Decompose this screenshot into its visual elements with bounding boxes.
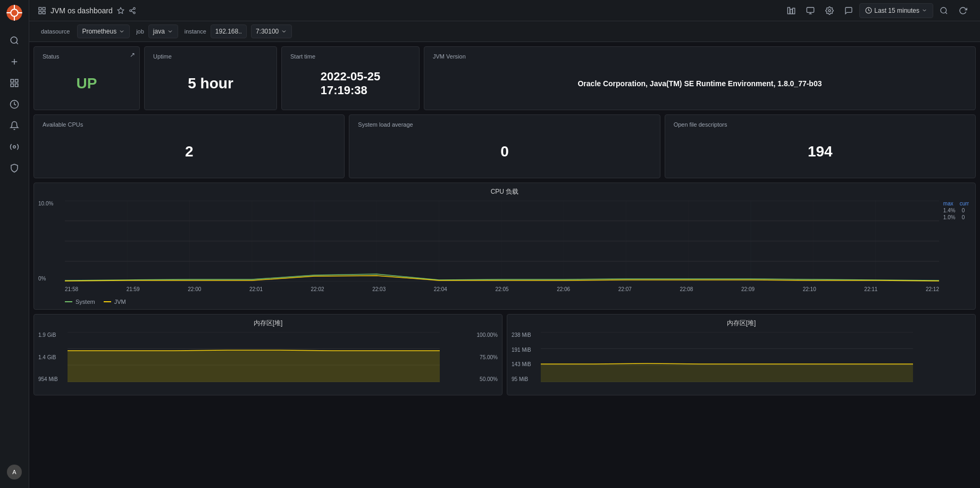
svg-point-15	[13, 146, 16, 148]
x-label-7: 22:05	[495, 286, 508, 292]
user-avatar[interactable]: A	[7, 465, 22, 479]
topbar: JVM os dashboard Last 15 minutes	[29, 0, 980, 21]
filterbar: datasource Prometheus job java instance …	[29, 21, 980, 42]
star-icon[interactable]	[117, 7, 124, 14]
x-label-10: 22:08	[680, 286, 693, 292]
datasource-value: Prometheus	[82, 28, 116, 35]
svg-line-25	[131, 9, 133, 10]
time-range-selector[interactable]: Last 15 minutes	[859, 3, 933, 18]
x-label-14: 22:12	[926, 286, 939, 292]
mem-left-y-labels: 1.9 GiB 1.4 GiB 954 MiB	[38, 332, 68, 382]
openfiles-title: Open file descriptors	[674, 121, 967, 128]
svg-rect-29	[807, 7, 814, 12]
instance-label: instance	[185, 28, 206, 35]
dashboard-title-area: JVM os dashboard	[38, 6, 136, 15]
svg-point-6	[11, 37, 17, 43]
sysload-title: System load average	[358, 121, 651, 128]
svg-line-24	[131, 11, 133, 12]
grid-icon	[38, 6, 46, 15]
job-select[interactable]: java	[148, 24, 178, 38]
jvmversion-title: JVM Version	[433, 53, 967, 60]
datasource-select[interactable]: Prometheus	[77, 24, 130, 38]
job-value: java	[153, 28, 165, 35]
mem-ry-2: 191 MiB	[512, 347, 541, 353]
svg-line-35	[945, 12, 947, 14]
sidebar-item-dashboards[interactable]	[4, 73, 25, 93]
legend-system-dot	[65, 301, 72, 302]
uptime-value: 5 hour	[153, 64, 268, 103]
svg-rect-11	[15, 79, 18, 82]
refresh-btn[interactable]	[954, 3, 971, 18]
grafana-logo[interactable]	[6, 4, 23, 21]
memory-left-panel: 内存区[堆] 1.9 GiB 1.4 GiB 954 MiB	[33, 314, 502, 395]
mem-ry-3: 143 MiB	[512, 361, 541, 367]
x-label-12: 22:10	[803, 286, 816, 292]
x-label-6: 22:04	[434, 286, 447, 292]
stat-system-max: 1.4%	[943, 208, 956, 213]
topbar-actions: Last 15 minutes	[783, 3, 971, 18]
stat-system-curr: 0	[962, 208, 965, 213]
cpu-x-labels: 21:58 21:59 22:00 22:01 22:02 22:03 22:0…	[65, 282, 939, 296]
mem-y-3: 954 MiB	[38, 376, 68, 382]
stat-header-max: max	[943, 201, 953, 206]
sysload-panel: System load average 0	[349, 114, 660, 178]
legend-system: System	[65, 299, 95, 305]
search-btn[interactable]	[935, 3, 952, 18]
legend-system-label: System	[76, 299, 95, 305]
row-2: Available CPUs 2 System load average 0 O…	[33, 114, 976, 178]
sidebar-item-alerting[interactable]	[4, 116, 25, 135]
memory-row: 内存区[堆] 1.9 GiB 1.4 GiB 954 MiB	[33, 314, 976, 395]
svg-line-7	[16, 42, 18, 44]
instance-value-1: 192.168..	[215, 28, 242, 35]
instance-select-1[interactable]: 192.168..	[211, 24, 247, 38]
svg-rect-26	[788, 7, 790, 14]
svg-point-32	[828, 10, 831, 12]
sidebar: A	[0, 0, 29, 488]
openfiles-panel: Open file descriptors 194	[665, 114, 976, 178]
y-label-bottom: 0%	[38, 276, 65, 282]
external-link-icon[interactable]: ↗	[130, 51, 135, 59]
svg-point-22	[129, 10, 131, 12]
dashboard: ↗ Status UP Uptime 5 hour Start time 202…	[29, 42, 980, 488]
x-label-0: 21:58	[65, 286, 78, 292]
svg-point-23	[133, 12, 135, 14]
memory-left-title: 内存区[堆]	[38, 319, 498, 328]
stat-header-curr: curr	[960, 201, 969, 206]
x-label-8: 22:06	[557, 286, 570, 292]
svg-rect-18	[39, 11, 41, 14]
cpu-legend: System JVM	[38, 299, 971, 305]
mem-right-left-y: 238 MiB 191 MiB 143 MiB 95 MiB	[512, 332, 541, 382]
svg-marker-20	[118, 7, 124, 13]
sidebar-item-search[interactable]	[4, 31, 25, 50]
x-label-2: 22:00	[188, 286, 201, 292]
svg-point-21	[133, 7, 135, 9]
settings-btn[interactable]	[821, 3, 838, 18]
instance-select-2[interactable]: 7:30100	[251, 24, 292, 38]
share-icon[interactable]	[129, 7, 136, 14]
mem-right-y-labels: 100.00% 75.00% 50.00%	[468, 332, 498, 382]
svg-point-34	[941, 7, 947, 13]
x-label-11: 22:09	[741, 286, 755, 292]
sidebar-item-explore[interactable]	[4, 95, 25, 114]
svg-rect-12	[11, 84, 13, 87]
main-content: JVM os dashboard Last 15 minutes	[29, 0, 980, 488]
sidebar-item-shield[interactable]	[4, 159, 25, 178]
sidebar-item-config[interactable]	[4, 137, 25, 156]
svg-rect-19	[43, 11, 45, 14]
graph-icon-btn[interactable]	[783, 3, 800, 18]
sysload-value: 0	[358, 132, 651, 171]
x-label-13: 22:11	[864, 286, 877, 292]
comment-btn[interactable]	[840, 3, 857, 18]
mem-ry-1: 238 MiB	[512, 332, 541, 338]
x-label-5: 22:03	[372, 286, 386, 292]
tv-btn[interactable]	[802, 3, 819, 18]
stat-jvm-max: 1.0%	[943, 214, 956, 220]
uptime-title: Uptime	[153, 53, 268, 60]
time-range-label: Last 15 minutes	[874, 7, 919, 14]
y-label-top: 10.0%	[38, 201, 65, 206]
datasource-label: datasource	[38, 27, 73, 36]
memory-right-svg	[541, 332, 913, 382]
x-label-1: 21:59	[127, 286, 140, 292]
sidebar-item-add[interactable]	[4, 52, 25, 71]
mem-y-r2: 75.00%	[468, 354, 498, 360]
